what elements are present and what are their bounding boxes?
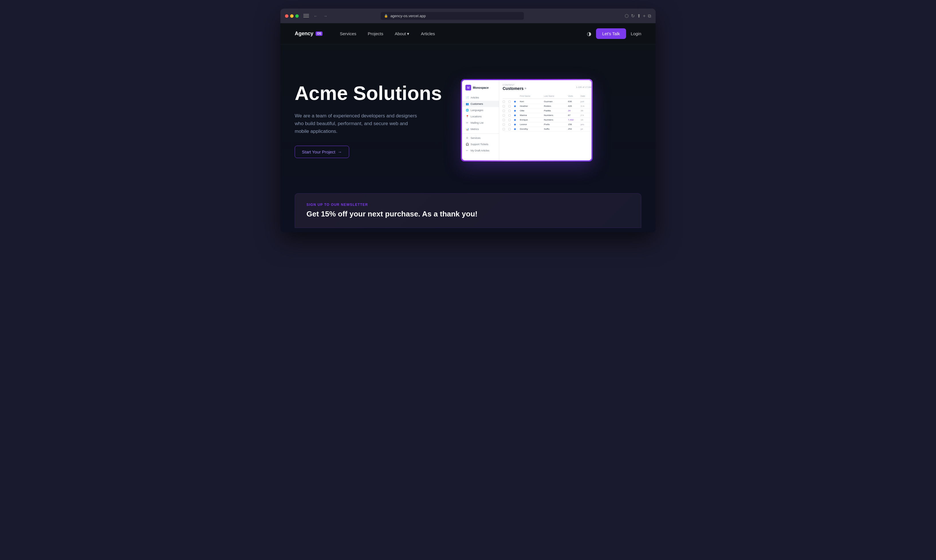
row-status-dot [514,101,516,103]
row-firstname: Dorothy [520,128,543,130]
db-section-info: Content Customers ⧉ [503,84,526,91]
row-checkbox2[interactable] [508,105,511,108]
nav-actions: ◑ Let's Talk Login [587,28,642,39]
row-checkbox[interactable] [503,119,505,121]
db-nav-locations[interactable]: 📍 Locations [462,113,499,120]
db-nav-drafts[interactable]: ✏ My Draft Articles [462,148,499,154]
db-th-check2 [508,95,513,97]
row-date: 38 [580,109,591,112]
row-checkbox2[interactable] [508,100,511,103]
row-status-dot [514,110,516,112]
row-checkbox[interactable] [503,100,505,103]
db-nav-languages[interactable]: 🌐 Languages [462,107,499,113]
logo: Agency OS [295,31,322,37]
table-row[interactable]: Dorothy Suffix 254 ye [503,127,591,131]
cast-icon[interactable]: ⬡ [625,13,629,18]
back-button[interactable]: ← [313,13,319,19]
row-checkbox[interactable] [503,114,505,117]
forward-button[interactable]: → [322,13,328,19]
db-th-lastname: Last Name [544,95,567,97]
row-visits: 7,432 [568,118,579,121]
db-nav-metrics[interactable]: 📊 Metrics [462,126,499,132]
nav-links: Services Projects About ▾ Articles [340,31,587,36]
start-project-button[interactable]: Start Your Project → [295,146,349,158]
db-th-dot [514,95,519,97]
articles-icon: 📄 [465,96,469,99]
url-text: agency-os.vercel.app [390,14,426,18]
sidebar-toggle-icon[interactable] [303,14,309,18]
row-lastname: Prefix [544,123,567,126]
db-th-visits: Visits [568,95,579,97]
db-nav-services[interactable]: ⚙ Services [462,135,499,141]
traffic-lights [285,14,299,18]
metrics-icon: 📊 [465,128,469,131]
table-row[interactable]: Enrique Numbers 7,432 16 [503,118,591,122]
dashboard-card: M Monospace 📄 Articles 👥 Customers [461,79,593,162]
row-checkbox2[interactable] [508,114,511,117]
row-firstname: Marina [520,114,543,117]
row-date: just [580,100,591,103]
table-row[interactable]: Keri Guzman 636 just [503,99,591,104]
db-nav-mailing-list[interactable]: ✉ Mailing List [462,120,499,126]
share-icon[interactable]: ⬆ [637,13,641,18]
row-firstname: Enrique [520,118,543,121]
row-status-dot [514,105,516,107]
row-checkbox2[interactable] [508,123,511,126]
maximize-button[interactable] [295,14,299,18]
row-checkbox2[interactable] [508,110,511,112]
db-nav-customers[interactable]: 👥 Customers [462,101,499,107]
db-section-label: Content [503,84,526,86]
dashboard-main: Content Customers ⧉ 1-100 of 17,046 [499,80,591,160]
table-row[interactable]: Leonor Prefix 158 yes [503,122,591,127]
row-lastname: Padilla [544,109,567,112]
db-nav-articles[interactable]: 📄 Articles [462,94,499,101]
row-checkbox2[interactable] [508,119,511,121]
table-row[interactable]: Marina Numbers 87 2 h [503,113,591,118]
nav-about[interactable]: About ▾ [395,31,409,36]
row-checkbox[interactable] [503,105,505,108]
reload-icon[interactable]: ↻ [631,13,635,18]
db-section-title: Customers ⧉ [503,86,526,91]
db-table-body: Keri Guzman 636 just Heather Robles 426 … [503,99,591,131]
mailing-icon: ✉ [465,121,469,125]
row-status-dot [514,114,516,116]
dashboard-sidebar: M Monospace 📄 Articles 👥 Customers [462,80,499,160]
row-lastname: Robles [544,105,567,108]
services-icon: ⚙ [465,136,469,140]
login-button[interactable]: Login [631,31,641,36]
new-tab-icon[interactable]: + [643,13,646,18]
theme-toggle-button[interactable]: ◑ [587,31,591,37]
db-record-count: 1-100 of 17,046 [576,86,591,88]
row-visits: 426 [568,105,579,108]
row-firstname: Ollie [520,109,543,112]
row-lastname: Numbers [544,114,567,117]
lets-talk-button[interactable]: Let's Talk [596,28,627,39]
row-checkbox[interactable] [503,110,505,112]
navbar: Agency OS Services Projects About ▾ Arti… [280,23,656,45]
row-date: ye [580,128,591,130]
row-checkbox[interactable] [503,128,505,130]
lock-icon: 🔒 [384,14,388,18]
table-row[interactable]: Heather Robles 426 3 m [503,104,591,109]
tabs-icon[interactable]: ⧉ [648,13,651,18]
close-button[interactable] [285,14,288,18]
row-checkbox[interactable] [503,123,505,126]
nav-projects[interactable]: Projects [368,31,383,36]
minimize-button[interactable] [290,14,294,18]
nav-articles[interactable]: Articles [421,31,435,36]
row-visits: 254 [568,128,579,130]
browser-window: ← → 🔒 agency-os.vercel.app ⬡ ↻ ⬆ + ⧉ Age… [280,9,656,232]
row-status-dot [514,124,516,125]
nav-services[interactable]: Services [340,31,356,36]
row-checkbox2[interactable] [508,128,511,130]
row-lastname: Numbers [544,118,567,121]
row-visits: 87 [568,114,579,117]
row-date: 3 m [580,105,591,108]
newsletter-title: Get 15% off your next purchase. As a tha… [306,209,630,218]
table-row[interactable]: Ollie Padilla 24 38 [503,109,591,113]
newsletter-label: SIGN UP TO OUR NEWSLETTER [306,203,630,207]
db-th-date: Date [580,95,591,97]
address-bar[interactable]: 🔒 agency-os.vercel.app [381,12,524,20]
db-th-firstname: First Name [520,95,543,97]
db-nav-support[interactable]: 🎧 Support Tickets [462,141,499,148]
